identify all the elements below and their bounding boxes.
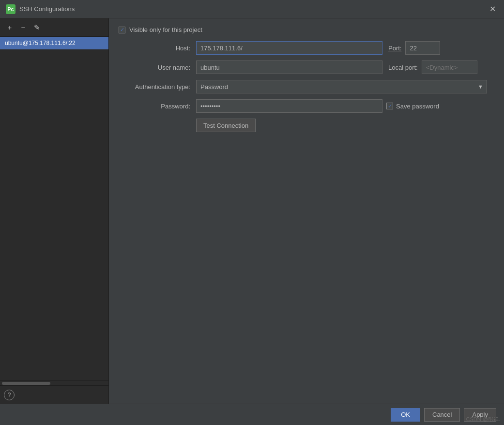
test-connection-button[interactable]: Test Connection bbox=[196, 119, 256, 132]
watermark: CSDN @彭祥. bbox=[466, 416, 500, 423]
sidebar-scrollbar[interactable] bbox=[0, 380, 108, 385]
local-port-input[interactable] bbox=[422, 61, 477, 74]
app-icon: Pc bbox=[6, 4, 15, 14]
dialog-title: SSH Configurations bbox=[19, 5, 487, 13]
edit-button[interactable]: ✎ bbox=[31, 22, 43, 33]
sidebar-toolbar: + − ✎ bbox=[0, 18, 108, 37]
username-row: User name: Local port: bbox=[119, 61, 494, 74]
title-bar: Pc SSH Configurations ✕ bbox=[0, 0, 504, 18]
help-button[interactable]: ? bbox=[4, 390, 15, 400]
add-button[interactable]: + bbox=[4, 22, 15, 33]
password-row: Password: Save password bbox=[119, 99, 494, 113]
cancel-button[interactable]: Cancel bbox=[424, 408, 460, 422]
host-label: Host: bbox=[119, 45, 196, 52]
auth-type-label: Authentication type: bbox=[119, 83, 196, 91]
remove-button[interactable]: − bbox=[17, 22, 29, 33]
bottom-bar: OK Cancel Apply bbox=[0, 404, 504, 425]
scrollbar-thumb bbox=[2, 382, 50, 385]
password-input[interactable] bbox=[196, 99, 382, 113]
port-label: Port: bbox=[388, 45, 401, 52]
port-input[interactable] bbox=[405, 41, 440, 55]
test-connection-row: Test Connection bbox=[119, 119, 494, 132]
ok-button[interactable]: OK bbox=[391, 408, 420, 422]
auth-type-select-wrapper: Password Key pair OpenSSH config and aut… bbox=[196, 80, 487, 93]
content-area: + − ✎ ubuntu@175.178.111.6/:22 ? Visible… bbox=[0, 18, 504, 404]
visible-checkbox-row: Visible only for this project bbox=[119, 26, 494, 33]
save-password-checkbox-wrapper[interactable]: Save password bbox=[386, 103, 439, 110]
auth-type-select[interactable]: Password Key pair OpenSSH config and aut… bbox=[196, 80, 487, 93]
local-port-section: Local port: bbox=[388, 61, 477, 74]
sidebar-bottom: ? bbox=[0, 385, 108, 404]
main-panel: Visible only for this project Host: Port… bbox=[109, 18, 504, 404]
ssh-config-item[interactable]: ubuntu@175.178.111.6/:22 bbox=[0, 37, 108, 49]
sidebar: + − ✎ ubuntu@175.178.111.6/:22 ? bbox=[0, 18, 109, 404]
save-password-label: Save password bbox=[396, 103, 439, 110]
host-row: Host: Port: bbox=[119, 41, 494, 55]
local-port-label: Local port: bbox=[388, 64, 418, 71]
save-password-checkbox[interactable] bbox=[386, 103, 393, 109]
host-input[interactable] bbox=[196, 41, 382, 55]
visible-only-checkbox[interactable] bbox=[119, 27, 125, 33]
ssh-config-list: ubuntu@175.178.111.6/:22 bbox=[0, 37, 108, 380]
password-label: Password: bbox=[119, 103, 196, 110]
visible-only-label: Visible only for this project bbox=[129, 26, 202, 33]
ssh-configurations-dialog: Pc SSH Configurations ✕ + − ✎ ubuntu@175… bbox=[0, 0, 504, 425]
save-password-row: Save password bbox=[386, 103, 439, 110]
username-input[interactable] bbox=[196, 61, 382, 74]
port-section: Port: bbox=[388, 41, 440, 55]
username-label: User name: bbox=[119, 64, 196, 71]
close-button[interactable]: ✕ bbox=[487, 3, 498, 15]
auth-type-row: Authentication type: Password Key pair O… bbox=[119, 80, 494, 93]
